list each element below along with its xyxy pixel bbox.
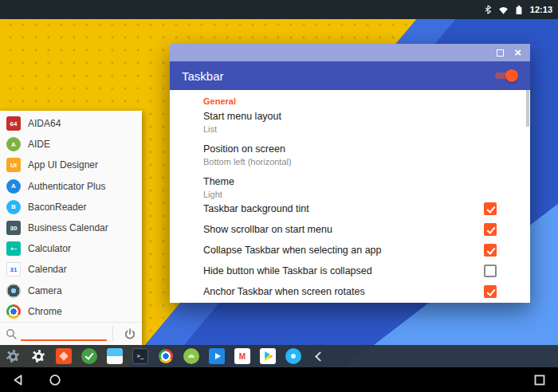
android-app-icon (183, 348, 199, 364)
file-manager-app-icon (107, 348, 123, 364)
camera-icon (6, 284, 21, 298)
start-menu-app[interactable]: Camera (0, 280, 142, 301)
start-button[interactable] (4, 345, 22, 367)
toggle-thumb (505, 69, 518, 82)
checkbox[interactable] (484, 265, 497, 277)
app-label: Calculator (28, 243, 71, 254)
checkbox[interactable] (484, 223, 497, 236)
green-check-app-icon (81, 348, 97, 364)
wifi-icon (497, 5, 509, 15)
recents-button[interactable] (532, 372, 548, 388)
start-menu-app[interactable]: BaconReader (0, 197, 142, 218)
start-menu-app[interactable]: Business Calendar (0, 218, 142, 238)
taskbar-app-file-manager[interactable] (106, 345, 124, 367)
setting-value: Bottom left (horizontal) (203, 157, 497, 167)
section-header-general: General (203, 96, 497, 106)
start-menu-app[interactable]: Authenticator Plus (0, 176, 142, 197)
business-calendar-icon (6, 221, 21, 235)
android-screen: 12:13 × Taskbar General Start menu layou… (0, 0, 558, 392)
aide-icon (6, 137, 21, 151)
start-menu-app[interactable]: App UI Designer (0, 155, 142, 175)
battery-icon (514, 4, 524, 16)
start-menu-app[interactable]: AIDA64 (0, 113, 142, 134)
taskbar-app-terminal[interactable] (132, 345, 149, 367)
window-toolbar: Taskbar (170, 61, 530, 90)
checkbox[interactable] (484, 202, 497, 215)
start-menu-app[interactable]: Calendar (0, 259, 142, 280)
taskbar-app-blue[interactable] (285, 345, 302, 367)
setting-item[interactable]: ThemeLight (203, 176, 497, 200)
window-titlebar[interactable]: × (170, 44, 530, 61)
calculator-icon (6, 241, 21, 256)
start-menu-app[interactable]: Calculator (0, 238, 142, 259)
settings-gear-icon (30, 348, 46, 364)
checkbox[interactable] (484, 285, 497, 298)
taskbar-enable-toggle[interactable] (493, 69, 518, 82)
blue-app-icon (285, 348, 301, 364)
back-button[interactable] (10, 372, 26, 388)
aida64-icon (6, 116, 21, 131)
app-label: AIDE (28, 139, 50, 150)
taskbar-app-green-check[interactable] (81, 345, 98, 367)
setting-title: Start menu layout (203, 111, 497, 123)
home-button[interactable] (47, 372, 63, 388)
scrollbar[interactable] (526, 90, 529, 127)
taskbar-app-play-store[interactable] (259, 345, 277, 367)
chrome-icon (159, 349, 173, 363)
start-menu-app[interactable]: AIDE (0, 134, 142, 155)
app-label: AIDA64 (28, 118, 61, 129)
setting-checkbox-row[interactable]: Hide button while Taskbar is collapsed (203, 261, 497, 281)
taskbar-app-orange[interactable] (55, 345, 73, 367)
setting-checkbox-row[interactable]: Show scrollbar on start menu (203, 219, 497, 240)
chevron-left-icon (311, 348, 327, 364)
gmail-icon (234, 348, 250, 364)
calendar-icon (6, 262, 21, 276)
app-label: Authenticator Plus (28, 181, 105, 192)
chrome-icon (6, 304, 21, 319)
start-menu: AIDA64AIDEApp UI DesignerAuthenticator P… (0, 111, 142, 345)
setting-item[interactable]: Position on screenBottom left (horizonta… (203, 143, 497, 167)
start-menu-app[interactable]: Chrome (0, 301, 142, 322)
setting-checkbox-row[interactable]: Taskbar background tint (203, 198, 497, 219)
power-icon (124, 327, 136, 340)
search-icon (6, 328, 18, 340)
maximize-window-icon[interactable] (497, 49, 504, 57)
app-label: Camera (28, 285, 62, 296)
app-label: BaconReader (28, 202, 86, 213)
settings-list: Start menu layoutListPosition on screenB… (203, 111, 497, 302)
taskbar-icons (4, 345, 328, 367)
orange-app-icon (56, 348, 72, 364)
setting-title: Hide button while Taskbar is collapsed (203, 265, 484, 277)
search-input[interactable] (21, 339, 107, 341)
setting-value: List (203, 124, 497, 135)
taskbar-app-android[interactable] (183, 345, 200, 367)
setting-title: Anchor Taskbar when screen rotates (203, 286, 484, 298)
close-window-icon[interactable]: × (514, 47, 521, 58)
checkbox[interactable] (484, 244, 497, 257)
home-circle-icon (49, 374, 61, 386)
back-triangle-icon (12, 374, 25, 386)
collapse-taskbar-button[interactable] (310, 345, 328, 367)
status-bar: 12:13 (0, 0, 558, 19)
window-title: Taskbar (182, 69, 224, 83)
setting-checkbox-row[interactable]: Anchor Taskbar when screen rotates (203, 281, 497, 302)
power-button[interactable] (124, 327, 136, 340)
setting-checkbox-row[interactable]: Collapse Taskbar when selecting an app (203, 240, 497, 261)
taskbar-app-gmail[interactable] (234, 345, 251, 367)
start-menu-search-row (0, 322, 142, 345)
start-gear-icon (5, 348, 21, 364)
terminal-app-icon (132, 348, 148, 364)
setting-title: Taskbar background tint (203, 203, 484, 215)
setting-item[interactable]: Start menu layoutList (203, 111, 497, 135)
setting-title: Theme (203, 176, 497, 188)
baconreader-icon (6, 200, 21, 214)
taskbar-app-chrome[interactable] (157, 345, 175, 367)
taskbar-app-cast[interactable] (208, 345, 226, 367)
search-divider (112, 326, 113, 342)
setting-title: Show scrollbar on start menu (203, 224, 484, 236)
setting-title: Position on screen (203, 143, 497, 155)
taskbar-app-settings[interactable] (29, 345, 47, 367)
app-label: Business Calendar (28, 222, 108, 233)
app-ui-designer-icon (6, 158, 21, 172)
navigation-bar (0, 367, 558, 392)
